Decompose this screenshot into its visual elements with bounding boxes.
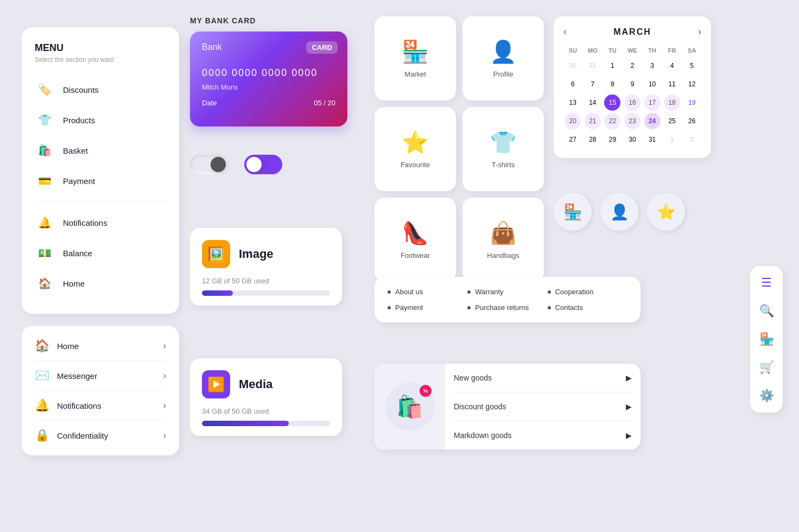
calendar-next[interactable]: ›: [698, 26, 701, 37]
hamburger-icon[interactable]: ☰: [759, 274, 774, 292]
toggle-thumb-off: [211, 157, 226, 172]
cal-day[interactable]: 6: [565, 76, 581, 92]
link-about-us[interactable]: About us: [388, 288, 467, 296]
menu-item-discounts[interactable]: 🏷️ Discounts: [35, 74, 166, 105]
toggle-off[interactable]: [190, 155, 228, 174]
cal-day[interactable]: 4: [664, 58, 680, 74]
menu-item-products[interactable]: 👕 Products: [35, 105, 166, 135]
cal-day[interactable]: 31: [644, 131, 661, 148]
cal-day[interactable]: 10: [644, 76, 661, 92]
notifications-icon: 🔔: [35, 213, 54, 232]
card-number: 0000 0000 0000 0000: [202, 67, 335, 79]
cal-day[interactable]: 13: [565, 94, 581, 111]
cal-day[interactable]: 1: [604, 58, 620, 74]
cal-day[interactable]: 22: [604, 113, 620, 129]
favourite-circle-btn[interactable]: ⭐: [647, 193, 685, 231]
cal-day[interactable]: 19: [684, 94, 700, 111]
cal-day[interactable]: 20: [565, 113, 581, 129]
profile-circle-btn[interactable]: 👤: [600, 193, 638, 231]
nav-item-home[interactable]: 🏠 Home ›: [35, 331, 166, 361]
menu-item-home[interactable]: 🏠 Home: [35, 268, 166, 299]
cal-day[interactable]: 9: [624, 76, 641, 92]
favourite-label: Favourite: [401, 161, 430, 169]
cal-day[interactable]: 11: [664, 76, 680, 92]
cal-day[interactable]: 16: [624, 94, 641, 111]
category-footwear[interactable]: 👠 Footwear: [375, 198, 456, 282]
category-market[interactable]: 🏪 Market: [375, 16, 456, 100]
category-profile[interactable]: 👤 Profile: [462, 16, 544, 100]
cal-day[interactable]: 26: [684, 113, 700, 129]
cal-day[interactable]: 23: [624, 113, 641, 129]
menu-item-balance[interactable]: 💵 Balance: [35, 238, 166, 268]
menu-panel: MENU Select the section you want 🏷️ Disc…: [22, 27, 179, 314]
link-cooperation[interactable]: Cooperation: [548, 288, 627, 296]
store-side-icon[interactable]: 🏪: [757, 330, 776, 349]
goods-arrow-0: ▶: [626, 373, 632, 382]
cal-day[interactable]: 24: [644, 113, 661, 129]
cal-day[interactable]: 28: [585, 131, 601, 148]
bank-card: Bank CARD 0000 0000 0000 0000 Mitch Mori…: [190, 31, 347, 126]
cal-day[interactable]: 14: [585, 94, 601, 111]
cal-day[interactable]: 7: [585, 76, 601, 92]
chevron-icon-2: ›: [163, 371, 166, 381]
goods-list: New goods ▶ Discount goods ▶ Markdown go…: [445, 364, 641, 449]
cal-day[interactable]: 18: [664, 94, 680, 111]
nav-item-confidentiality[interactable]: 🔒 Confidentiality ›: [35, 421, 166, 450]
link-payment[interactable]: Payment: [388, 303, 467, 312]
cal-day[interactable]: 1: [664, 131, 680, 148]
discounts-icon: 🏷️: [35, 80, 54, 99]
menu-subtitle: Select the section you want: [35, 56, 166, 64]
cal-day-header: TH: [643, 45, 662, 56]
cal-day[interactable]: 27: [565, 131, 581, 148]
goods-item-markdown[interactable]: Markdown goods ▶: [454, 421, 632, 449]
image-icon: 🖼️: [202, 240, 230, 268]
cal-day-header: SU: [563, 45, 582, 56]
cart-side-icon[interactable]: 🛒: [757, 358, 776, 377]
handbags-label: Handbags: [487, 251, 519, 259]
category-favourite[interactable]: ⭐ Favourite: [375, 107, 456, 191]
cal-day[interactable]: 30: [565, 58, 581, 74]
goods-item-new[interactable]: New goods ▶: [454, 364, 632, 392]
cal-day[interactable]: 17: [644, 94, 661, 111]
menu-item-notifications[interactable]: 🔔 Notifications: [35, 207, 166, 238]
nav-item-notifications[interactable]: 🔔 Notifications ›: [35, 391, 166, 421]
link-warranty[interactable]: Warranty: [467, 288, 547, 296]
cal-day[interactable]: 3: [644, 58, 661, 74]
cal-day[interactable]: 15: [604, 94, 620, 111]
cal-day[interactable]: 21: [585, 113, 601, 129]
basket-icon: 🛍️: [35, 141, 54, 160]
link-purchase-returns[interactable]: Purchase returns: [467, 303, 547, 312]
cal-day[interactable]: 8: [604, 76, 620, 92]
calendar-prev[interactable]: ‹: [563, 26, 567, 37]
cal-day[interactable]: 29: [604, 131, 620, 148]
category-handbags[interactable]: 👜 Handbags: [462, 198, 544, 282]
media-icon: ▶️: [202, 370, 230, 398]
cal-day[interactable]: 12: [684, 76, 700, 92]
goods-item-discount[interactable]: Discount goods ▶: [454, 392, 632, 421]
profile-label: Profile: [493, 70, 513, 78]
confidentiality-nav-icon: 🔒: [35, 428, 49, 442]
cal-day[interactable]: 30: [624, 131, 641, 148]
cal-day[interactable]: 2: [684, 131, 700, 148]
media-storage-title: Media: [239, 377, 272, 391]
media-storage-card: ▶️ Media 34 GB of 50 GB used: [190, 358, 342, 436]
cal-day[interactable]: 31: [585, 58, 601, 74]
calendar-grid: SUMOTUWETHFRSA30311234567891011121314151…: [563, 45, 701, 148]
menu-item-payment[interactable]: 💳 Payment: [35, 166, 166, 196]
settings-side-icon[interactable]: ⚙️: [757, 387, 776, 405]
cal-day[interactable]: 5: [684, 58, 700, 74]
cal-day-header: TU: [603, 45, 622, 56]
search-side-icon[interactable]: 🔍: [757, 302, 776, 320]
card-date-label: Date: [202, 99, 217, 107]
cal-day[interactable]: 25: [664, 113, 680, 129]
bag-icon: 🛍️: [396, 394, 423, 420]
link-contacts[interactable]: Contacts: [548, 303, 627, 312]
toggles-row: [190, 155, 282, 174]
toggle-on[interactable]: [244, 155, 282, 174]
category-tshirts[interactable]: 👕 T-shirts: [462, 107, 544, 191]
image-storage-title: Image: [239, 247, 274, 261]
market-circle-btn[interactable]: 🏪: [554, 193, 592, 231]
cal-day[interactable]: 2: [624, 58, 641, 74]
menu-item-basket[interactable]: 🛍️ Basket: [35, 135, 166, 166]
nav-item-messenger[interactable]: ✉️ Messenger ›: [35, 361, 166, 391]
